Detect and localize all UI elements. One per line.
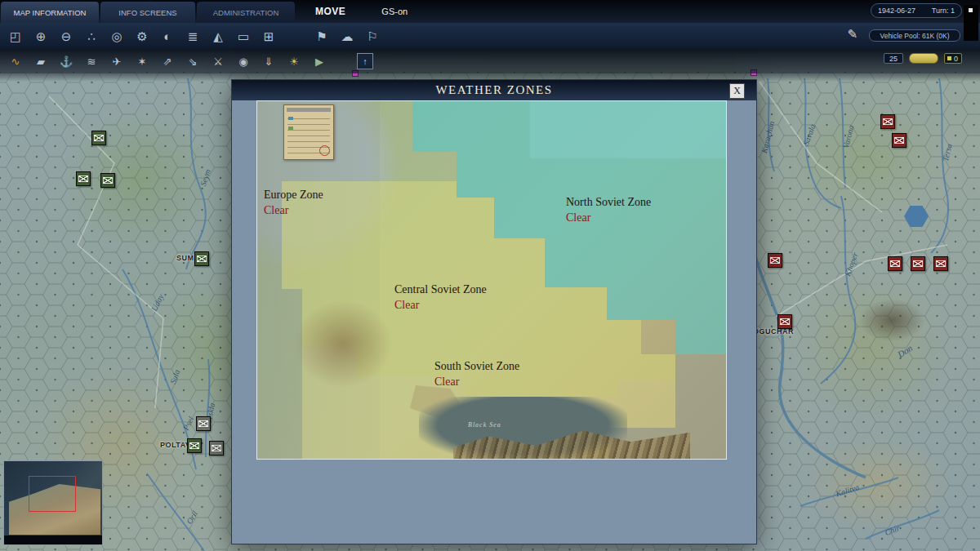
- zone-condition: Clear: [434, 374, 519, 389]
- edit-pencil-icon[interactable]: ✎: [847, 27, 858, 42]
- grid-add-icon[interactable]: ⊞: [260, 27, 278, 45]
- contrast-toggle-icon[interactable]: ◐: [158, 27, 176, 45]
- scroll-handle[interactable]: [969, 8, 973, 12]
- selected-hex-marker[interactable]: [904, 206, 929, 227]
- unit-counter[interactable]: [777, 314, 792, 329]
- zoom-in-icon[interactable]: ⊕: [32, 27, 50, 45]
- minimap-viewport[interactable]: [29, 476, 76, 512]
- river-label: Chir: [884, 523, 901, 537]
- turn-counter: Turn: 1: [932, 7, 955, 15]
- forest-patch: [845, 290, 939, 351]
- map-toolbar: ◰ ⊕ ⊖ ∴ ◎ ⚙ ◐ ≣ ◭ ▭ ⊞ ⚑ ☁ ⚐ ✎ Vehicle Po…: [0, 23, 980, 49]
- tab-info-screens[interactable]: INFO SCREENS: [100, 2, 195, 23]
- pennant-icon[interactable]: ⚐: [363, 27, 381, 45]
- unit-counter[interactable]: [880, 114, 895, 129]
- river-label: Seym: [198, 168, 212, 187]
- fighter-sweep-icon[interactable]: ⇗: [158, 53, 176, 69]
- menu-bar: MAP INFORMATION INFO SCREENS ADMINISTRAT…: [0, 0, 980, 23]
- settings-gear-icon[interactable]: ⚙: [133, 27, 151, 45]
- zone-label-central-soviet: Central Soviet Zone Clear: [394, 282, 487, 313]
- close-button[interactable]: X: [729, 83, 745, 99]
- movement-path-icon[interactable]: ∿: [7, 53, 24, 69]
- unit-counter[interactable]: [194, 251, 209, 266]
- river-label: Karachan: [760, 120, 776, 153]
- minimap[interactable]: [3, 460, 103, 545]
- sea-label: Black Sea: [468, 421, 501, 429]
- weather-icon[interactable]: ☁: [338, 27, 356, 45]
- reserve-chip-icon: [947, 56, 951, 60]
- movement-points-box: 25: [884, 53, 903, 64]
- tab-move[interactable]: MOVE: [297, 0, 363, 23]
- river-label: Varona: [841, 124, 856, 149]
- layers-icon[interactable]: ◰: [7, 27, 24, 45]
- river-label: Psel: [181, 415, 195, 432]
- legend-chip-blue: [288, 117, 293, 120]
- zone-name: South Soviet Zone: [434, 358, 519, 374]
- no-zone-area: [257, 101, 726, 459]
- stack-icon[interactable]: ≣: [184, 27, 202, 45]
- anti-air-icon[interactable]: ✶: [133, 53, 151, 69]
- zone-name: Central Soviet Zone: [394, 282, 487, 297]
- river-label: Kalitva: [835, 482, 860, 499]
- ground-attack-icon[interactable]: ⇘: [184, 53, 202, 69]
- up-level-button[interactable]: ↑: [357, 53, 373, 69]
- map-legend: [283, 104, 334, 160]
- river-label: Tersa: [941, 143, 954, 162]
- baltic-sea: [256, 100, 407, 283]
- next-phase-icon[interactable]: ▶: [310, 53, 328, 69]
- target-icon[interactable]: ◎: [108, 27, 126, 45]
- zone-condition: Clear: [394, 297, 487, 313]
- zone-label-north-soviet: North Soviet Zone Clear: [566, 194, 651, 225]
- unit-counter[interactable]: [100, 173, 115, 188]
- gs-toggle[interactable]: GS-on: [367, 0, 422, 23]
- weather-zone-map: Black Sea Europe Zone Clear North Soviet…: [256, 100, 727, 460]
- air-combat-icon[interactable]: ⚔: [209, 53, 227, 69]
- zone-condition: Clear: [264, 202, 323, 218]
- game-window: Seym Uday Sula Psel Vorskla Oril Karacha…: [0, 0, 980, 551]
- unit-counter[interactable]: [933, 256, 948, 271]
- tab-administration[interactable]: ADMINISTRATION: [197, 2, 295, 23]
- navy-icon[interactable]: ⚓: [57, 53, 75, 69]
- fuel-gauge: [909, 53, 938, 64]
- unit-counter[interactable]: [892, 133, 906, 148]
- tab-map-information[interactable]: MAP INFORMATION: [1, 2, 99, 23]
- amphib-icon[interactable]: ≋: [82, 53, 100, 69]
- city-label: SUM: [176, 254, 194, 262]
- unit-counter[interactable]: [187, 438, 202, 453]
- strike-icon[interactable]: ☀: [285, 53, 303, 69]
- scroll-strip[interactable]: [964, 5, 978, 41]
- carpathian-mountains: [290, 297, 396, 391]
- zone-label-south-soviet: South Soviet Zone Clear: [434, 358, 519, 389]
- vehicle-pool-readout: Vehicle Pool: 61K (0K): [869, 29, 960, 42]
- zone-condition: Clear: [566, 210, 651, 225]
- legend-stamp: [319, 145, 330, 156]
- armor-icon[interactable]: ▰: [32, 53, 50, 69]
- unit-counter[interactable]: [209, 441, 224, 455]
- air-group-icon[interactable]: ✈: [108, 53, 126, 69]
- terrain-patch: [33, 82, 245, 278]
- unit-counter[interactable]: [76, 171, 91, 186]
- river-label: Sula: [168, 368, 181, 384]
- unit-counter[interactable]: [888, 256, 902, 271]
- frame-icon[interactable]: ▭: [234, 27, 252, 45]
- unit-cluster-icon[interactable]: ∴: [82, 27, 100, 45]
- unit-counter[interactable]: [91, 131, 106, 145]
- black-sea: [419, 397, 627, 460]
- tundra-area: [530, 101, 726, 158]
- zoom-out-icon[interactable]: ⊖: [57, 27, 75, 45]
- zone-name: North Soviet Zone: [566, 194, 651, 210]
- airborne-icon[interactable]: ⇓: [260, 53, 278, 69]
- resource-readouts: 25 0: [884, 53, 962, 64]
- vehicle-pool-text: Vehicle Pool: 61K (0K): [880, 32, 949, 40]
- europe-zone-area: [257, 101, 380, 459]
- legend-rows: [287, 113, 330, 154]
- legend-header: [287, 108, 331, 112]
- unit-counter[interactable]: [911, 256, 925, 271]
- recon-icon[interactable]: ◉: [234, 53, 252, 69]
- unit-counter[interactable]: [196, 416, 211, 431]
- flag-icon[interactable]: ⚑: [313, 27, 331, 45]
- unit-counter[interactable]: [768, 253, 782, 268]
- game-date: 1942-06-27: [878, 7, 915, 15]
- river-label: Don: [896, 343, 914, 359]
- elevation-icon[interactable]: ◭: [209, 27, 227, 45]
